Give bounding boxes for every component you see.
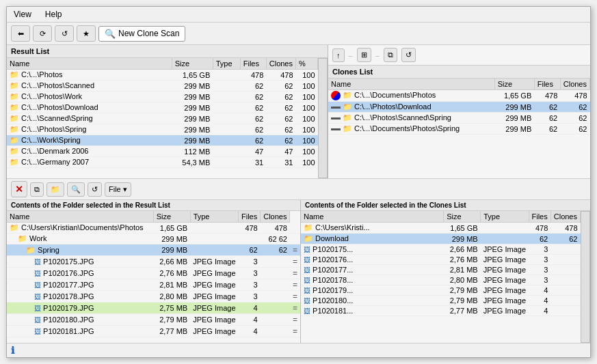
rl-clones-cell: 62 xyxy=(266,113,295,124)
bl-files-cell: 478 xyxy=(239,223,261,234)
bl-clones-cell xyxy=(261,279,290,291)
clones-col-size: Size xyxy=(494,79,534,90)
result-list-row[interactable]: 📁 C:\...\Work\Spring 299 MB 62 62 100 xyxy=(7,135,318,146)
bottom-left-row[interactable]: 🖼 P1020176.JPG 2,76 MB JPEG Image 3 = xyxy=(7,268,300,279)
rt-btn4[interactable]: ↺ xyxy=(401,48,416,62)
rt-btn2[interactable]: ⊞ xyxy=(357,48,371,62)
bl-clones-cell xyxy=(261,268,290,279)
clones-list-row[interactable]: 📁 C:\...\Photos\Scanned\Spring 299 MB 62… xyxy=(328,113,590,124)
bl-col-clones: Clones xyxy=(261,211,290,223)
menu-view[interactable]: View xyxy=(11,8,34,20)
br-clones-cell xyxy=(550,296,580,306)
col-type: Type xyxy=(213,58,240,70)
result-list-row[interactable]: 📁 C:\...\Photos\Download 299 MB 62 62 10… xyxy=(7,102,318,113)
star-button[interactable]: ★ xyxy=(77,25,96,42)
bottom-right-row[interactable]: 🖼 P1020175... 2,66 MB JPEG Image 3 xyxy=(301,244,581,255)
rl-files-cell: 62 xyxy=(240,124,266,135)
bottom-right-table: Name Size Type Files Clones 📁 C:\Users\K… xyxy=(301,211,581,316)
copy-button[interactable]: ⧉ xyxy=(30,182,44,197)
bl-clones-cell xyxy=(261,314,290,326)
result-list-row[interactable]: 📁 C:\...\Photos 1,65 GB 478 478 100 xyxy=(7,70,318,81)
clones-list-row[interactable]: 📁 C:\...\Photos\Download 299 MB 62 62 xyxy=(328,102,590,113)
menubar: View Help xyxy=(7,7,590,23)
refresh3-button[interactable]: ↺ xyxy=(88,182,102,197)
result-list-row[interactable]: 📁 C:\...\Scanned\Spring 299 MB 62 62 100 xyxy=(7,113,318,124)
bl-files-cell: 3 xyxy=(239,256,261,268)
cl-clones-cell: 62 xyxy=(560,102,589,113)
bl-clones-cell: 478 xyxy=(261,223,290,234)
bottom-left-row[interactable]: 🖼 P1020177.JPG 2,81 MB JPEG Image 3 = xyxy=(7,279,300,291)
rl-files-cell: 31 xyxy=(240,157,266,168)
col-name: Name xyxy=(7,58,172,70)
bottom-left-row[interactable]: 📁 Work 299 MB 62 62 xyxy=(7,234,300,244)
br-size-cell: 2,81 MB xyxy=(444,265,481,275)
rl-name-cell: 📁 C:\...\Photos\Download xyxy=(7,102,172,113)
rl-clones-cell: 62 xyxy=(266,124,295,135)
rl-size-cell: 299 MB xyxy=(172,135,213,146)
rl-files-cell: 62 xyxy=(240,81,266,92)
result-list-row[interactable]: 📁 C:\...\Photos\Spring 299 MB 62 62 100 xyxy=(7,124,318,135)
bottom-left-row[interactable]: 🖼 P1020175.JPG 2,66 MB JPEG Image 3 = xyxy=(7,256,300,268)
bottom-right-row[interactable]: 🖼 P1020181... 2,77 MB JPEG Image 4 xyxy=(301,306,581,316)
result-list-row[interactable]: 📁 C:\...\Photos\Scanned 299 MB 62 62 100 xyxy=(7,81,318,92)
delete-button[interactable]: ✕ xyxy=(11,181,27,197)
br-name-cell: 🖼 P1020180... xyxy=(301,296,444,306)
bottom-right-row[interactable]: 🖼 P1020177... 2,81 MB JPEG Image 3 xyxy=(301,265,581,275)
file-dropdown-button[interactable]: File ▾ xyxy=(105,182,131,197)
rl-clones-cell: 31 xyxy=(266,157,295,168)
cl-size-cell: 299 MB xyxy=(494,102,534,113)
bottom-left-row[interactable]: 🖼 P1020180.JPG 2,79 MB JPEG Image 4 = xyxy=(7,314,300,326)
bottom-right-row[interactable]: 📁 Download 299 MB 62 62 xyxy=(301,234,581,244)
clones-list-row[interactable]: 📁 C:\...\Documents\Photos 1,65 GB 478 47… xyxy=(328,90,590,102)
cl-clones-cell: 62 xyxy=(560,124,589,135)
bl-col-name: Name xyxy=(7,211,153,223)
result-list-scrollbar[interactable] xyxy=(318,58,328,178)
bottom-left-row[interactable]: 📁 Spring 299 MB 62 62 = xyxy=(7,244,300,256)
folder-button[interactable]: 📁 xyxy=(47,182,64,197)
bottom-right-row[interactable]: 🖼 P1020178... 2,80 MB JPEG Image 3 xyxy=(301,275,581,285)
bottom-left-row[interactable]: 🖼 P1020181.JPG 2,77 MB JPEG Image 4 = xyxy=(7,326,300,337)
clones-col-clones: Clones xyxy=(560,79,589,90)
bottom-left-header: Contents of the Folder selected in the R… xyxy=(7,200,300,211)
rt-btn1[interactable]: ↑ xyxy=(332,48,345,62)
new-clone-scan-button[interactable]: 🔍 New Clone Scan xyxy=(98,26,185,42)
bottom-right-row[interactable]: 🖼 P1020176... 2,76 MB JPEG Image 3 xyxy=(301,255,581,265)
bottom-right-scrollbar[interactable] xyxy=(581,211,590,343)
bottom-right-row[interactable]: 📁 C:\Users\Kristi... 1,65 GB 478 478 xyxy=(301,223,581,234)
bottom-left-row[interactable]: 🖼 P1020179.JPG 2,75 MB JPEG Image 4 = xyxy=(7,303,300,314)
bl-size-cell: 2,77 MB xyxy=(153,326,190,337)
result-list-row[interactable]: 📁 C:\...\Photos\Work 299 MB 62 62 100 xyxy=(7,92,318,102)
clones-list-row[interactable]: 📁 C:\...\Documents\Photos\Spring 299 MB … xyxy=(328,124,590,135)
rl-pct-cell: 100 xyxy=(296,102,318,113)
br-files-cell: 3 xyxy=(529,255,550,265)
search-button[interactable]: 🔍 xyxy=(67,182,85,197)
rl-files-cell: 62 xyxy=(240,92,266,102)
result-list-row[interactable]: 📁 C:\...\Denmark 2006 112 MB 47 47 100 xyxy=(7,146,318,157)
bottom-right-row[interactable]: 🖼 P1020179... 2,79 MB JPEG Image 4 xyxy=(301,285,581,296)
result-list-panel: Result List Name Size Type Files Clones … xyxy=(7,45,328,178)
bottom-left-row[interactable]: 🖼 P1020178.JPG 2,80 MB JPEG Image 3 = xyxy=(7,291,300,303)
bottom-left-row[interactable]: 📁 C:\Users\Kristian\Documents\Photos 1,6… xyxy=(7,223,300,234)
menu-help[interactable]: Help xyxy=(42,8,65,20)
separator2: – xyxy=(375,51,380,59)
rl-clones-cell: 62 xyxy=(266,81,295,92)
result-list-row[interactable]: 📁 C:\...\Germany 2007 54,3 MB 31 31 100 xyxy=(7,157,318,168)
back-button[interactable]: ⬅ xyxy=(11,25,30,42)
rl-pct-cell: 100 xyxy=(296,157,318,168)
back-icon: ⬅ xyxy=(15,28,26,39)
info-icon: ℹ xyxy=(11,345,14,356)
cl-name-cell: 📁 C:\...\Photos\Download xyxy=(328,102,494,113)
cl-files-cell: 62 xyxy=(534,113,560,124)
bottom-right-row[interactable]: 🖼 P1020180... 2,79 MB JPEG Image 4 xyxy=(301,296,581,306)
br-files-cell: 4 xyxy=(529,285,550,296)
bl-clones-cell: 62 xyxy=(261,244,290,256)
rl-type-cell xyxy=(213,124,240,135)
bl-files-cell: 3 xyxy=(239,279,261,291)
cl-files-cell: 62 xyxy=(534,102,560,113)
br-name-cell: 🖼 P1020181... xyxy=(301,306,444,316)
bl-clones-cell xyxy=(261,291,290,303)
refresh-button[interactable]: ↺ xyxy=(55,25,74,42)
forward-button[interactable]: ⟳ xyxy=(33,25,52,42)
bl-files-cell xyxy=(239,234,261,244)
rt-btn3[interactable]: ⧉ xyxy=(384,48,397,62)
